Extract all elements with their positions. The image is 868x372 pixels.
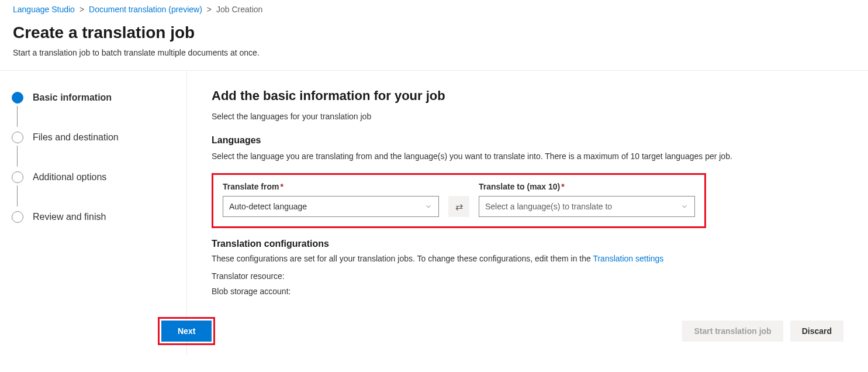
step-label: Review and finish	[33, 212, 106, 222]
next-button[interactable]: Next	[161, 321, 212, 342]
required-indicator: *	[561, 182, 564, 191]
blob-storage-label: Blob storage account:	[212, 287, 843, 296]
translate-to-field: Translate to (max 10)* Select a language…	[479, 182, 695, 217]
chevron-right-icon: >	[79, 5, 84, 14]
main-content: Add the basic information for your job S…	[187, 71, 868, 354]
translate-from-dropdown[interactable]: Auto-detect language	[223, 196, 439, 217]
step-label: Additional options	[33, 172, 106, 182]
swap-languages-button[interactable]: ⇄	[448, 196, 469, 217]
translate-from-label: Translate from*	[223, 182, 439, 191]
step-circle-icon	[12, 132, 23, 143]
languages-highlight-box: Translate from* Auto-detect language ⇄ T…	[212, 173, 706, 228]
start-translation-job-button: Start translation job	[682, 321, 783, 342]
languages-description: Select the language you are translating …	[212, 150, 843, 163]
step-files-and-destination[interactable]: Files and destination	[12, 132, 175, 171]
step-circle-icon	[12, 171, 23, 183]
step-label: Basic information	[33, 92, 112, 103]
page-subtitle: Start a translation job to batch transla…	[13, 48, 855, 57]
chevron-down-icon	[680, 202, 689, 211]
page-title: Create a translation job	[13, 23, 855, 42]
config-description: These configurations are set for all you…	[212, 254, 843, 263]
breadcrumb-link-document-translation[interactable]: Document translation (preview)	[89, 5, 202, 14]
section-subtitle: Select the languages for your translatio…	[212, 112, 843, 121]
breadcrumb-link-language-studio[interactable]: Language Studio	[13, 5, 75, 14]
translate-to-dropdown[interactable]: Select a language(s) to translate to	[479, 196, 695, 217]
dropdown-value: Auto-detect language	[229, 202, 307, 211]
translator-resource-label: Translator resource:	[212, 271, 843, 281]
dropdown-placeholder: Select a language(s) to translate to	[485, 202, 612, 211]
chevron-down-icon	[424, 202, 433, 211]
section-title: Add the basic information for your job	[212, 88, 843, 104]
step-additional-options[interactable]: Additional options	[12, 171, 175, 211]
config-heading: Translation configurations	[212, 239, 843, 249]
step-circle-icon	[12, 92, 23, 104]
wizard-sidebar: Basic information Files and destination …	[0, 71, 187, 354]
breadcrumb: Language Studio > Document translation (…	[0, 0, 868, 19]
translate-to-label: Translate to (max 10)*	[479, 182, 695, 191]
next-highlight-box: Next	[158, 317, 215, 345]
step-circle-icon	[12, 211, 23, 223]
step-label: Files and destination	[33, 132, 119, 143]
page-header: Create a translation job Start a transla…	[0, 19, 868, 70]
translation-settings-link[interactable]: Translation settings	[593, 254, 663, 263]
step-basic-information[interactable]: Basic information	[12, 92, 175, 132]
languages-heading: Languages	[212, 135, 843, 146]
translate-from-field: Translate from* Auto-detect language	[223, 182, 439, 217]
required-indicator: *	[280, 182, 283, 191]
swap-icon: ⇄	[455, 201, 463, 212]
breadcrumb-current: Job Creation	[216, 5, 262, 14]
chevron-right-icon: >	[207, 5, 212, 14]
footer-actions: Next Start translation job Discard	[187, 317, 868, 354]
discard-button[interactable]: Discard	[790, 321, 843, 342]
step-review-and-finish[interactable]: Review and finish	[12, 211, 175, 223]
